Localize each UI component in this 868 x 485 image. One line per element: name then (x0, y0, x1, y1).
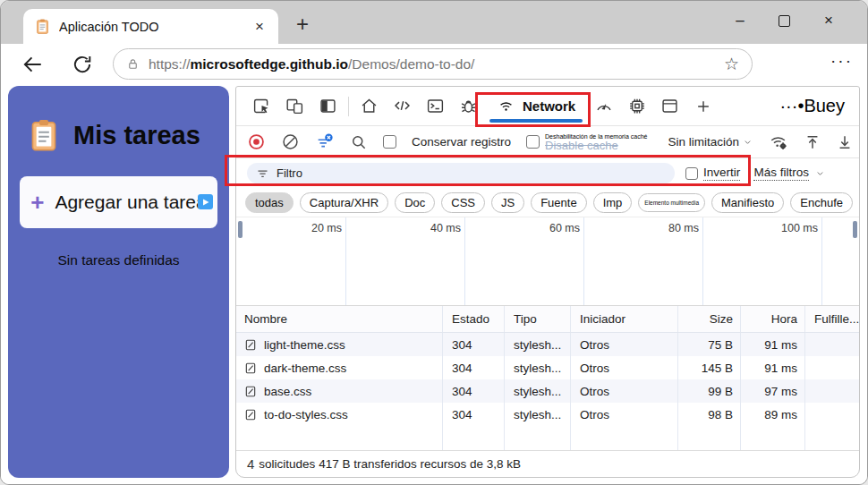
chip-wasm[interactable]: Era (859, 192, 860, 213)
minimize-button[interactable]: – (728, 12, 753, 30)
disable-cache-label: Disable cache (545, 140, 647, 151)
memory-cpu-icon[interactable] (620, 97, 653, 115)
browser-menu-icon[interactable]: ··· (830, 51, 853, 71)
more-tools-plus-icon[interactable] (686, 98, 719, 115)
url-bar[interactable]: https://microsoftedge.github.io/Demos/de… (113, 48, 753, 80)
chip-all[interactable]: todas (245, 192, 294, 213)
network-overview-timeline[interactable]: 20 ms 40 ms 60 ms 80 ms 100 ms (236, 217, 859, 306)
table-row[interactable]: dark-theme.css 304 stylesh... Otros 145 … (236, 356, 859, 379)
devtools-panel: Network ···•Buey Conservar registro (235, 86, 860, 478)
devtools-overflow-text[interactable]: ···•Buey (779, 96, 850, 116)
application-window-icon[interactable] (653, 97, 686, 115)
tab-close-icon[interactable]: × (251, 18, 268, 36)
gridline (821, 217, 822, 305)
tick-20ms: 20 ms (256, 222, 342, 234)
debugger-bug-icon[interactable] (452, 97, 485, 115)
filter-row: Filtro Invertir Más filtros (236, 158, 859, 188)
chip-js[interactable]: JS (491, 192, 524, 213)
request-fulfilled (805, 333, 859, 356)
invert-filter[interactable]: Invertir (685, 166, 740, 181)
col-header-initiator[interactable]: Iniciador (571, 306, 678, 332)
add-task-label: Agregar una tarea (55, 191, 206, 213)
export-har-icon[interactable] (804, 133, 821, 151)
overview-left-handle[interactable] (238, 221, 243, 238)
col-header-type[interactable]: Tipo (505, 306, 571, 332)
overview-right-handle[interactable] (853, 221, 857, 238)
chip-socket[interactable]: Enchufe (790, 192, 853, 213)
invert-checkbox[interactable] (685, 167, 698, 180)
preserve-log-checkbox[interactable] (383, 135, 396, 149)
filter-placeholder: Filtro (277, 166, 302, 180)
col-header-fulfilled[interactable]: Fulfille... (805, 306, 859, 332)
network-conditions-icon[interactable] (768, 132, 789, 152)
focus-panel-icon[interactable] (311, 97, 345, 115)
search-icon[interactable] (350, 133, 368, 151)
reload-icon[interactable] (71, 53, 94, 76)
console-tab-icon[interactable] (419, 97, 452, 115)
table-row[interactable]: light-theme.css 304 stylesh... Otros 75 … (236, 333, 859, 356)
col-header-size[interactable]: Size (678, 306, 741, 332)
plus-icon: + (30, 191, 44, 214)
devtools-tab-bar: Network ···•Buey (236, 87, 859, 126)
chip-manifest[interactable]: Manifiesto (711, 192, 784, 213)
stylesheet-file-icon (244, 338, 257, 352)
table-row[interactable]: base.css 304 stylesh... Otros 99 B 97 ms (236, 379, 859, 403)
col-header-status[interactable]: Estado (443, 306, 505, 332)
home-tab-icon[interactable] (353, 97, 386, 115)
add-task-button[interactable]: + Agregar una tarea (20, 176, 217, 228)
clear-network-log-icon[interactable] (281, 132, 300, 151)
request-initiator: Otros (571, 403, 678, 426)
import-har-icon[interactable] (836, 133, 854, 151)
chip-css[interactable]: CSS (441, 192, 485, 213)
back-icon[interactable] (21, 53, 44, 76)
chip-doc[interactable]: Doc (395, 192, 435, 213)
more-filters-label: Más filtros (753, 166, 809, 181)
chevron-down-icon (743, 137, 753, 147)
disable-cache-checkbox[interactable] (526, 135, 540, 149)
more-filters-dropdown[interactable]: Más filtros (753, 166, 825, 181)
chip-media[interactable]: Elemento multimedia (638, 193, 705, 212)
browser-tab[interactable]: Aplicación TODO × (23, 9, 278, 44)
close-button[interactable]: × (816, 12, 841, 30)
network-toolbar: Conservar registro Deshabilitación de la… (236, 126, 859, 158)
active-tab-underline (489, 119, 583, 123)
request-fulfilled (805, 356, 859, 379)
new-tab-button[interactable]: + (296, 12, 309, 37)
inspect-icon[interactable] (245, 97, 278, 115)
table-row[interactable]: to-do-styles.css 304 stylesh... Otros 98… (236, 403, 859, 426)
request-initiator: Otros (571, 379, 678, 403)
col-header-time[interactable]: Hora (741, 306, 805, 332)
chip-fetch-xhr[interactable]: Captura/XHR (300, 192, 388, 213)
request-name: dark-theme.css (264, 362, 346, 375)
request-size: 99 B (678, 379, 741, 403)
performance-gauge-icon[interactable] (587, 97, 620, 115)
lock-icon (126, 56, 140, 72)
request-status: 304 (443, 403, 505, 426)
gridline (345, 217, 346, 305)
filter-input[interactable]: Filtro (247, 163, 675, 183)
col-header-name[interactable]: Nombre (236, 306, 443, 332)
throttling-dropdown[interactable]: Sin limitación (668, 135, 753, 149)
title-bar: Aplicación TODO × + – × (1, 1, 867, 44)
request-size: 98 B (678, 403, 741, 426)
device-emulation-icon[interactable] (278, 97, 311, 115)
window-controls: – × (702, 1, 867, 40)
chip-font[interactable]: Fuente (531, 192, 586, 213)
maximize-button[interactable] (779, 15, 790, 27)
page-content: Mis tareas + Agregar una tarea Sin tarea… (1, 84, 867, 484)
record-network-log-icon[interactable] (247, 132, 266, 151)
url-text: https://microsoftedge.github.io/Demos/de… (149, 56, 715, 72)
chip-img[interactable]: Imp (593, 192, 633, 213)
request-name: light-theme.css (264, 338, 345, 352)
network-summary-bar: 4 solicitudes 417 B transferidos recurso… (236, 450, 859, 477)
resource-type-chips: todas Captura/XHR Doc CSS JS Fuente Imp … (236, 188, 859, 217)
elements-tab-icon[interactable] (386, 97, 419, 115)
immersive-reader-badge-icon[interactable] (198, 194, 213, 209)
disable-cache-group: Deshabilitación de la memoria caché Disa… (526, 133, 647, 151)
filter-toggle-icon[interactable] (315, 132, 335, 152)
request-status: 304 (443, 333, 505, 356)
tab-network[interactable]: Network (485, 87, 587, 125)
throttling-value: Sin limitación (668, 135, 739, 149)
favorite-star-icon[interactable]: ☆ (724, 54, 739, 74)
todo-app-panel: Mis tareas + Agregar una tarea Sin tarea… (8, 86, 229, 478)
